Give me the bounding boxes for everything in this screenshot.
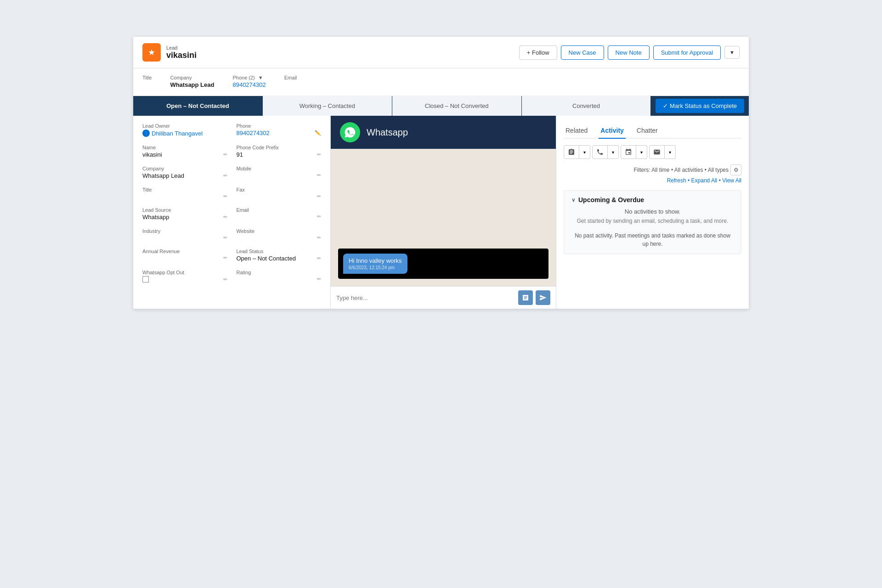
tab-chatter[interactable]: Chatter <box>635 123 660 139</box>
company-field-left: Company Whatsapp Lead ✏ <box>142 166 227 181</box>
whatsapp-chat-area: Hi Inno valley works 6/6/2023, 12:15:24 … <box>331 149 556 286</box>
header-dropdown-button[interactable]: ▼ <box>724 46 740 59</box>
icon-group-call: ▾ <box>592 145 619 159</box>
phone-dropdown-icon[interactable]: ▼ <box>258 75 263 80</box>
opt-out-value: ✏ <box>142 276 227 284</box>
status-steps: Open – Not Contacted Working – Contacted… <box>133 96 651 116</box>
main-container: ★ Lead vikasini + Follow New Case New No… <box>133 37 749 309</box>
send-icon-btn[interactable] <box>536 290 550 305</box>
lead-source-value: Whatsapp ✏ <box>142 214 227 222</box>
phone-edit-icon[interactable]: ✏️ <box>315 130 321 136</box>
view-all-link[interactable]: View All <box>722 177 741 184</box>
email-edit-icon[interactable]: ✏ <box>317 214 321 220</box>
status-step-converted[interactable]: Converted <box>522 96 651 116</box>
lead-icon: ★ <box>142 43 161 62</box>
follow-button[interactable]: + Follow <box>519 45 557 60</box>
rating-edit-icon[interactable]: ✏ <box>317 276 321 282</box>
new-case-button[interactable]: New Case <box>561 45 604 60</box>
fax-field: Fax ✏ <box>237 187 322 201</box>
lead-owner-field: Lead Owner 👤 Dhiliban Thangavel <box>142 123 227 138</box>
opt-out-edit-icon[interactable]: ✏ <box>223 277 227 283</box>
chat-message-text: Hi Inno valley works <box>349 257 402 264</box>
industry-edit-icon[interactable]: ✏ <box>223 235 227 241</box>
source-edit-icon[interactable]: ✏ <box>223 214 227 220</box>
website-edit-icon[interactable]: ✏ <box>317 235 321 241</box>
prefix-edit-icon[interactable]: ✏ <box>317 152 321 158</box>
past-activity-text: No past activity. Past meetings and task… <box>571 232 734 248</box>
mobile-value: ✏ <box>237 172 322 180</box>
lead-info: Lead vikasini <box>166 45 197 60</box>
new-note-button[interactable]: New Note <box>608 45 650 60</box>
attach-icon-btn[interactable] <box>518 290 533 305</box>
industry-label: Industry <box>142 228 227 234</box>
icon-group-event: ▾ <box>621 145 647 159</box>
upcoming-title: Upcoming & Overdue <box>578 196 644 204</box>
whatsapp-panel: Whatsapp Hi Inno valley works 6/6/2023, … <box>331 116 556 309</box>
event-dropdown[interactable]: ▾ <box>636 145 647 159</box>
email-icon-btn[interactable] <box>649 145 665 159</box>
mobile-edit-icon[interactable]: ✏ <box>317 172 321 178</box>
mark-complete-button[interactable]: ✓ Mark Status as Complete <box>656 99 744 113</box>
call-dropdown[interactable]: ▾ <box>608 145 619 159</box>
email-dropdown[interactable]: ▾ <box>665 145 676 159</box>
expand-all-link[interactable]: Expand All <box>691 177 718 184</box>
field-row-company-mobile: Company Whatsapp Lead ✏ Mobile ✏ <box>142 166 321 181</box>
revenue-edit-icon[interactable]: ✏ <box>223 255 227 261</box>
phone-prefix-value: 91 ✏ <box>237 151 322 159</box>
field-row-optout-rating: Whatsapp Opt Out ✏ Rating ✏ <box>142 270 321 284</box>
status-bar: Open – Not Contacted Working – Contacted… <box>133 96 749 116</box>
event-icon-btn[interactable] <box>621 145 636 159</box>
lead-status-field: Lead Status Open – Not Contacted ✏ <box>237 249 322 263</box>
opt-out-checkbox[interactable] <box>142 276 149 283</box>
phone-field-left: Phone 8940274302 ✏️ <box>237 123 322 138</box>
status-step-open[interactable]: Open – Not Contacted <box>133 96 263 116</box>
phone-prefix-label: Phone Code Prefix <box>237 145 322 150</box>
fax-edit-icon[interactable]: ✏ <box>317 193 321 199</box>
title-value-left: ✏ <box>142 193 227 201</box>
name-edit-icon[interactable]: ✏ <box>223 152 227 158</box>
rating-label: Rating <box>237 270 322 275</box>
filters-gear-icon[interactable]: ⚙ <box>730 164 741 175</box>
info-row: Title Company Whatsapp Lead Phone (2) ▼ … <box>133 68 749 96</box>
send-icons <box>518 290 550 305</box>
annual-revenue-value: ✏ <box>142 255 227 262</box>
chat-message-container: Hi Inno valley works 6/6/2023, 12:15:24 … <box>338 249 548 279</box>
status-step-working[interactable]: Working – Contacted <box>263 96 392 116</box>
tab-activity[interactable]: Activity <box>599 123 626 139</box>
filters-text: Filters: All time • All activities • All… <box>634 167 729 173</box>
chevron-icon[interactable]: ∨ <box>571 197 576 203</box>
email-value-left: ✏ <box>237 214 322 221</box>
right-panel: Related Activity Chatter ▾ ▾ <box>556 116 749 309</box>
field-row-industry-website: Industry ✏ Website ✏ <box>142 228 321 242</box>
call-icon-btn[interactable] <box>592 145 608 159</box>
lead-status-label: Lead Status <box>237 249 322 254</box>
owner-name[interactable]: Dhiliban Thangavel <box>152 130 203 137</box>
submit-approval-button[interactable]: Submit for Approval <box>653 45 721 60</box>
title-label-left: Title <box>142 187 227 192</box>
annual-revenue-field: Annual Revenue ✏ <box>142 249 227 263</box>
lead-source-field: Lead Source Whatsapp ✏ <box>142 207 227 222</box>
task-icon-btn[interactable] <box>564 145 579 159</box>
task-dropdown[interactable]: ▾ <box>579 145 590 159</box>
industry-value: ✏ <box>142 235 227 242</box>
tab-related[interactable]: Related <box>564 123 589 139</box>
title-edit-icon[interactable]: ✏ <box>223 193 227 199</box>
email-field-left: Email ✏ <box>237 207 322 222</box>
phone-label-left: Phone <box>237 123 322 129</box>
refresh-link[interactable]: Refresh <box>667 177 686 184</box>
content-area: Lead Owner 👤 Dhiliban Thangavel Phone 89… <box>133 116 749 309</box>
activity-tabs: Related Activity Chatter <box>564 123 741 139</box>
phone-value[interactable]: 8940274302 <box>232 81 266 88</box>
field-row-title-fax: Title ✏ Fax ✏ <box>142 187 321 201</box>
company-edit-icon[interactable]: ✏ <box>223 173 227 179</box>
status-edit-icon[interactable]: ✏ <box>317 255 321 261</box>
status-step-closed[interactable]: Closed – Not Converted <box>392 96 522 116</box>
filters-row: Filters: All time • All activities • All… <box>564 164 741 175</box>
chat-input[interactable] <box>336 294 514 301</box>
company-value-left: Whatsapp Lead ✏ <box>142 172 227 181</box>
header-actions: + Follow New Case New Note Submit for Ap… <box>519 45 740 60</box>
no-activity-sub: Get started by sending an email, schedul… <box>571 218 734 224</box>
name-label: Name <box>142 145 227 150</box>
upcoming-section: ∨ Upcoming & Overdue No activities to sh… <box>564 190 741 254</box>
lead-status-value: Open – Not Contacted ✏ <box>237 255 322 263</box>
